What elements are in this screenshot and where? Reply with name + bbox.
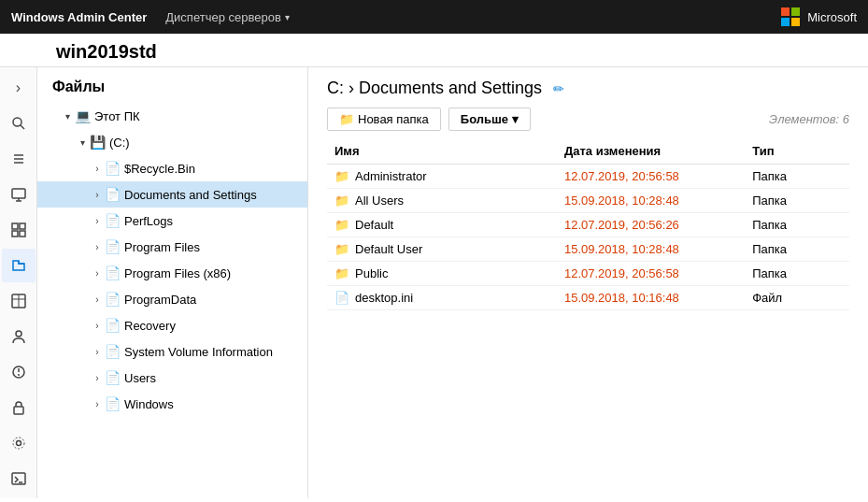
recovery-chevron-icon: ›	[90, 321, 105, 331]
file-table-container: Имя Дата изменения Тип 📁Administrator12.…	[308, 136, 868, 498]
ms-grid-icon	[781, 7, 800, 26]
recycle-bin-chevron-icon: ›	[90, 164, 105, 174]
program-files-label: Program Files	[124, 240, 200, 254]
svg-rect-14	[12, 231, 18, 237]
settings-button[interactable]	[2, 426, 36, 460]
file-icon: 📄	[334, 291, 349, 305]
tree-item-windows[interactable]: › 📄 Windows	[37, 391, 307, 417]
table-row[interactable]: 📁Administrator12.07.2019, 20:56:58Папка	[327, 165, 849, 189]
users-label: Users	[124, 371, 156, 385]
file-type-cell: Папка	[745, 237, 849, 262]
documents-folder-icon: 📄	[105, 187, 121, 202]
users-button[interactable]	[2, 320, 36, 353]
windows-folder-icon: 📄	[105, 396, 121, 411]
tree-item-program-files-x86[interactable]: › 📄 Program Files (x86)	[37, 260, 307, 286]
files-button[interactable]	[2, 249, 36, 282]
col-header-name[interactable]: Имя	[327, 140, 557, 165]
file-name-cell: 📁All Users	[327, 189, 557, 213]
folder-icon: 📁	[334, 169, 349, 183]
users-chevron-icon: ›	[90, 373, 105, 383]
main-layout: ›	[0, 67, 868, 498]
file-name-cell: 📁Default User	[327, 237, 557, 262]
terminal-button[interactable]	[2, 462, 36, 495]
file-date-cell: 12.07.2019, 20:56:26	[557, 213, 745, 237]
file-date-cell: 12.07.2019, 20:56:58	[557, 262, 745, 286]
svg-rect-23	[14, 407, 23, 414]
tree-item-recovery[interactable]: › 📄 Recovery	[37, 312, 307, 338]
new-folder-button[interactable]: 📁 Новая папка	[327, 108, 441, 131]
programdata-chevron-icon: ›	[90, 294, 105, 305]
col-header-date[interactable]: Дата изменения	[557, 140, 745, 165]
file-type-cell: Папка	[745, 262, 849, 286]
c-drive-icon: 💾	[90, 135, 106, 150]
table-row[interactable]: 📄desktop.ini15.09.2018, 10:16:48Файл	[327, 286, 849, 310]
users-folder-icon: 📄	[105, 370, 121, 385]
updates-icon	[11, 365, 26, 380]
perflogs-label: PerfLogs	[124, 214, 173, 228]
c-drive-label: (C:)	[109, 136, 130, 150]
updates-button[interactable]	[2, 355, 36, 389]
svg-rect-0	[781, 7, 790, 16]
monitor-button[interactable]	[2, 178, 36, 211]
folder-icon: 📁	[334, 218, 349, 232]
tree-item-system-volume[interactable]: › 📄 System Volume Information	[37, 338, 307, 365]
server-manager-nav[interactable]: Диспетчер серверов ▾	[165, 10, 290, 24]
list2-button[interactable]	[2, 213, 36, 247]
lock-button[interactable]	[2, 391, 36, 424]
tree-item-programdata[interactable]: › 📄 ProgramData	[37, 286, 307, 312]
table-button[interactable]	[2, 284, 36, 318]
svg-point-24	[16, 441, 21, 446]
windows-label: Windows	[124, 397, 174, 411]
table-row[interactable]: 📁All Users15.09.2018, 10:28:48Папка	[327, 189, 849, 213]
ms-text: Microsoft	[807, 10, 857, 24]
tree-item-program-files[interactable]: › 📄 Program Files	[37, 234, 307, 260]
file-name: Administrator	[355, 169, 427, 183]
col-header-type[interactable]: Тип	[745, 140, 849, 165]
table-row[interactable]: 📁Default User15.09.2018, 10:28:48Папка	[327, 237, 849, 262]
tree-item-c-drive[interactable]: ▾ 💾 (C:)	[37, 129, 307, 155]
program-files-x86-folder-icon: 📄	[105, 265, 121, 280]
file-name-cell: 📁Public	[327, 262, 557, 286]
tree-item-recycle-bin[interactable]: › 📄 $Recycle.Bin	[37, 155, 307, 181]
files-icon	[11, 258, 26, 273]
file-table: Имя Дата изменения Тип 📁Administrator12.…	[327, 140, 849, 310]
search-button[interactable]	[2, 107, 36, 140]
file-name-cell: 📁Administrator	[327, 165, 557, 189]
this-pc-chevron-icon: ▾	[60, 111, 75, 122]
users-icon	[11, 329, 26, 344]
file-date-cell: 12.07.2019, 20:56:58	[557, 165, 745, 189]
settings-icon	[11, 436, 26, 451]
lock-icon	[11, 400, 26, 415]
more-label: Больше	[461, 112, 508, 126]
nav-label: Диспетчер серверов	[165, 10, 281, 24]
server-name: win2019std	[56, 41, 853, 63]
item-count: Элементов: 6	[769, 112, 849, 126]
svg-point-4	[13, 118, 21, 126]
documents-settings-label: Documents and Settings	[124, 188, 257, 202]
tree-item-users[interactable]: › 📄 Users	[37, 365, 307, 391]
content-header: C: › Documents and Settings ✏	[308, 67, 868, 98]
table-header-row: Имя Дата изменения Тип	[327, 140, 849, 165]
table-row[interactable]: 📁Public12.07.2019, 20:56:58Папка	[327, 262, 849, 286]
program-files-x86-label: Program Files (x86)	[124, 266, 231, 280]
edit-path-icon[interactable]: ✏	[553, 81, 564, 96]
svg-rect-13	[20, 223, 25, 229]
monitor-icon	[11, 187, 26, 202]
tree-item-this-pc[interactable]: ▾ 💻 Этот ПК	[37, 103, 307, 129]
recovery-label: Recovery	[124, 319, 176, 333]
tools-button[interactable]	[2, 142, 36, 176]
file-type-cell: Файл	[745, 286, 849, 310]
program-files-x86-chevron-icon: ›	[90, 268, 105, 279]
svg-rect-12	[12, 223, 18, 229]
more-button[interactable]: Больше ▾	[448, 108, 531, 131]
tree-item-perflogs[interactable]: › 📄 PerfLogs	[37, 208, 307, 234]
collapse-sidebar-button[interactable]: ›	[2, 71, 36, 105]
svg-rect-3	[791, 18, 800, 26]
table-row[interactable]: 📁Default12.07.2019, 20:56:26Папка	[327, 213, 849, 237]
search-icon	[11, 116, 26, 131]
file-name: Public	[355, 266, 388, 280]
file-table-body: 📁Administrator12.07.2019, 20:56:58Папка📁…	[327, 165, 849, 310]
svg-point-22	[18, 374, 20, 376]
tree-item-documents-settings[interactable]: › 📄 Documents and Settings	[37, 181, 307, 208]
list2-icon	[11, 222, 26, 237]
